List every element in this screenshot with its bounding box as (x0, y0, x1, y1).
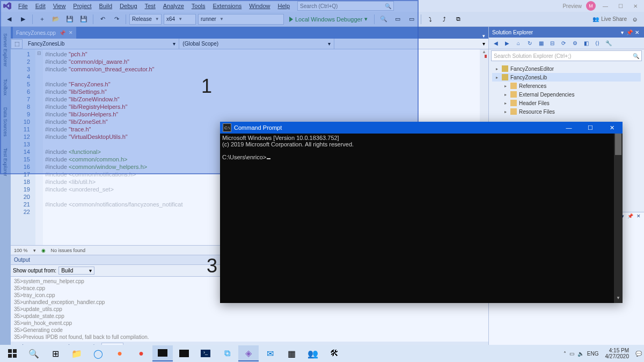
tree-node[interactable]: ▸FancyZonesLib (492, 73, 641, 82)
preview-icon[interactable]: ◧ (581, 39, 591, 48)
menu-help[interactable]: Help (274, 2, 293, 10)
save-all-button[interactable]: 💾 (78, 13, 90, 25)
scroll-up-icon[interactable]: ▲ (480, 49, 488, 57)
refresh-icon[interactable]: ⟳ (559, 39, 568, 48)
start-button[interactable] (2, 345, 23, 361)
menu-file[interactable]: File (15, 2, 31, 10)
collapse-icon[interactable]: ⊟ (547, 39, 557, 48)
startup-project-combo[interactable]: runner▼ (198, 14, 284, 25)
vs-minimize-button[interactable]: ― (600, 3, 611, 9)
menu-edit[interactable]: Edit (32, 2, 49, 10)
taskbar-terminal[interactable] (174, 345, 194, 361)
liveshare-button[interactable]: 👥Live Share (592, 16, 627, 22)
taskbar-powertoys[interactable]: 🛠 (324, 345, 345, 361)
tray-volume-icon[interactable]: 🔈 (577, 351, 584, 357)
scroll-down-icon[interactable]: ▼ (614, 295, 623, 303)
taskbar-vscode[interactable]: ⧉ (217, 345, 237, 361)
rail-data-sources[interactable]: Data Sources (2, 104, 9, 140)
user-avatar[interactable]: M (586, 1, 596, 11)
vs-maximize-button[interactable]: ☐ (615, 3, 626, 9)
solexp-close-icon[interactable]: ✕ (633, 29, 641, 35)
nav-type-icon[interactable]: ⬚ (11, 39, 23, 49)
zoom-level[interactable]: 100 % (14, 248, 28, 253)
output-source-combo[interactable]: Build▾ (58, 267, 94, 275)
vs-close-button[interactable]: ✕ (630, 3, 641, 9)
tree-node[interactable]: ▸FancyZonesEditor (492, 64, 641, 73)
nav-project-combo[interactable]: FancyZonesLib▾ (25, 39, 179, 49)
solution-config-combo[interactable]: Release▼ (129, 14, 162, 25)
rail-test-explorer[interactable]: Test Explorer (2, 145, 9, 180)
menu-analyze[interactable]: Analyze (160, 2, 187, 10)
start-debugging-button[interactable]: Local Windows Debugger▾ (286, 16, 371, 23)
rail-server-explorer[interactable]: Server Explorer (2, 30, 9, 70)
menu-extensions[interactable]: Extensions (210, 2, 245, 10)
comment-button[interactable]: ▭ (392, 13, 404, 25)
menu-debug[interactable]: Debug (116, 2, 140, 10)
step-button[interactable]: ⤵ (425, 13, 436, 25)
tray-chevron-icon[interactable]: ˄ (564, 351, 566, 357)
nav-back-icon[interactable]: ◀ (491, 39, 501, 48)
tree-node[interactable]: ▸Header Files (492, 99, 641, 107)
cmd-maximize-button[interactable]: ☐ (580, 122, 601, 134)
props-pin-icon[interactable]: 📌 (627, 213, 633, 221)
find-button[interactable]: 🔍 (378, 13, 390, 25)
undo-button[interactable]: ↶ (97, 13, 108, 25)
taskbar-chrome[interactable]: ● (131, 345, 151, 361)
taskbar-explorer[interactable]: 📁 (67, 345, 87, 361)
tree-node[interactable]: ▸External Dependencies (492, 90, 641, 99)
tray-battery-icon[interactable]: ▭ (569, 351, 574, 357)
menu-test[interactable]: Test (142, 2, 159, 10)
nav-fwd-icon[interactable]: ▶ (502, 39, 512, 48)
nav-scope-combo[interactable]: (Global Scope)▾ (179, 39, 334, 49)
view-code-icon[interactable]: ⟨⟩ (592, 39, 602, 48)
scroll-thumb[interactable] (615, 134, 621, 155)
pin-icon[interactable]: 📌 (59, 30, 65, 36)
open-button[interactable]: 📂 (50, 13, 62, 25)
solution-platform-combo[interactable]: x64▼ (164, 14, 196, 25)
nav-back-button[interactable]: ◀ (3, 13, 15, 25)
tab-overflow-icon[interactable]: ▾ (479, 33, 488, 39)
nav-member-combo[interactable]: ▾ (334, 39, 488, 49)
rail-toolbox[interactable]: Toolbox (2, 76, 9, 99)
menu-project[interactable]: Project (70, 2, 94, 10)
quick-launch-search[interactable]: Search (Ctrl+Q) 🔍 (297, 1, 394, 11)
taskbar-firefox[interactable]: ● (109, 345, 130, 361)
taskbar-cmd[interactable] (152, 345, 173, 361)
tree-node[interactable]: ▸Resource Files (492, 107, 641, 116)
taskbar-edge[interactable]: ◯ (88, 345, 108, 361)
feedback-button[interactable]: ☺ (629, 13, 641, 25)
menu-tools[interactable]: Tools (188, 2, 209, 10)
cmd-close-button[interactable]: ✕ (601, 122, 623, 134)
tray-clock[interactable]: 4:15 PM 4/27/2020 (605, 348, 630, 359)
uncomment-button[interactable]: ▭ (406, 13, 418, 25)
cmd-body[interactable]: Microsoft Windows [Version 10.0.18363.75… (220, 134, 623, 303)
taskbar-outlook[interactable]: ✉ (260, 345, 280, 361)
taskbar-app[interactable]: ▦ (281, 345, 302, 361)
redo-button[interactable]: ↷ (111, 13, 122, 25)
wrench-icon[interactable]: 🔧 (604, 39, 613, 48)
menu-view[interactable]: View (50, 2, 69, 10)
props-close-icon[interactable]: ✕ (636, 213, 641, 221)
zoom-chevron-icon[interactable]: ▾ (33, 248, 36, 253)
menu-build[interactable]: Build (96, 2, 115, 10)
close-tab-icon[interactable]: ✕ (69, 30, 73, 35)
file-tab-fancyzones[interactable]: FancyZones.cpp 📌 ✕ (13, 27, 77, 39)
tray-notifications-icon[interactable]: 💬 (635, 351, 642, 357)
tray-language[interactable]: ENG (587, 351, 599, 357)
taskbar-powershell[interactable]: ›_ (195, 345, 216, 361)
taskbar-search[interactable]: 🔍 (24, 345, 44, 361)
home-icon[interactable]: ⌂ (514, 39, 523, 48)
solexp-dropdown-icon[interactable]: ▾ (618, 29, 626, 35)
menu-window[interactable]: Window (246, 2, 273, 10)
taskbar-visualstudio[interactable]: ◈ (238, 345, 259, 361)
solexp-pin-icon[interactable]: 📌 (626, 29, 633, 35)
nav-fwd-button[interactable]: ▶ (17, 13, 29, 25)
cmd-titlebar[interactable]: C:\ Command Prompt ― ☐ ✕ (220, 122, 623, 134)
solexp-header[interactable]: Solution Explorer ▾ 📌 ✕ (489, 27, 644, 38)
save-button[interactable]: 💾 (64, 13, 76, 25)
sync-icon[interactable]: ↻ (525, 39, 535, 48)
cmd-minimize-button[interactable]: ― (558, 122, 580, 134)
cmd-scrollbar[interactable]: ▲ ▼ (614, 134, 623, 303)
tree-node[interactable]: ▸References (492, 82, 641, 90)
bookmark-button[interactable]: ⧉ (452, 13, 464, 25)
